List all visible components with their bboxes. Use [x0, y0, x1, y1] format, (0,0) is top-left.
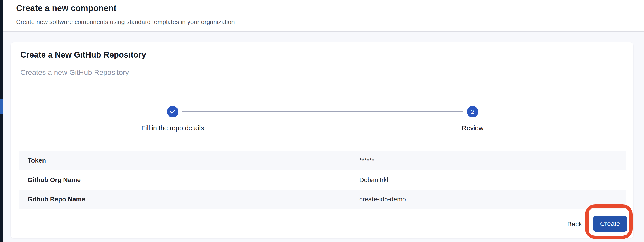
review-row-token: Token ******: [19, 151, 626, 170]
step-2-number: 2: [471, 108, 474, 115]
review-row-value: ******: [359, 157, 374, 164]
review-row-label: Github Org Name: [28, 176, 80, 184]
sidebar-active-indicator: [0, 99, 3, 114]
step-1-label: Fill in the repo details: [118, 124, 228, 132]
page-title: Create a new component: [16, 3, 116, 13]
review-row-value: Debanitrkl: [359, 176, 388, 184]
step-2-indicator: 2: [467, 106, 478, 118]
page-subtitle: Create new software components using sta…: [16, 18, 235, 25]
step-1-completed-indicator: [167, 106, 178, 118]
review-row-github-org-name: Github Org Name Debanitrkl: [19, 170, 626, 190]
create-repository-card: Create a New GitHub Repository Creates a…: [10, 42, 634, 238]
card-title: Create a New GitHub Repository: [20, 50, 146, 60]
review-row-label: Github Repo Name: [28, 196, 85, 203]
review-row-github-repo-name: Github Repo Name create-idp-demo: [19, 190, 626, 209]
back-button[interactable]: Back: [560, 217, 589, 232]
page-header: Create a new component Create new softwa…: [3, 0, 644, 31]
review-row-value: create-idp-demo: [359, 196, 406, 203]
stepper-connector-line: [182, 111, 463, 112]
review-row-label: Token: [28, 157, 46, 164]
collapsed-sidebar[interactable]: [0, 0, 3, 242]
card-subtitle: Creates a new GitHub Repository: [20, 68, 129, 77]
step-2-label: Review: [418, 124, 528, 132]
review-table: Token ****** Github Org Name Debanitrkl …: [19, 151, 626, 209]
check-icon: [170, 109, 176, 115]
create-button[interactable]: Create: [594, 216, 627, 232]
